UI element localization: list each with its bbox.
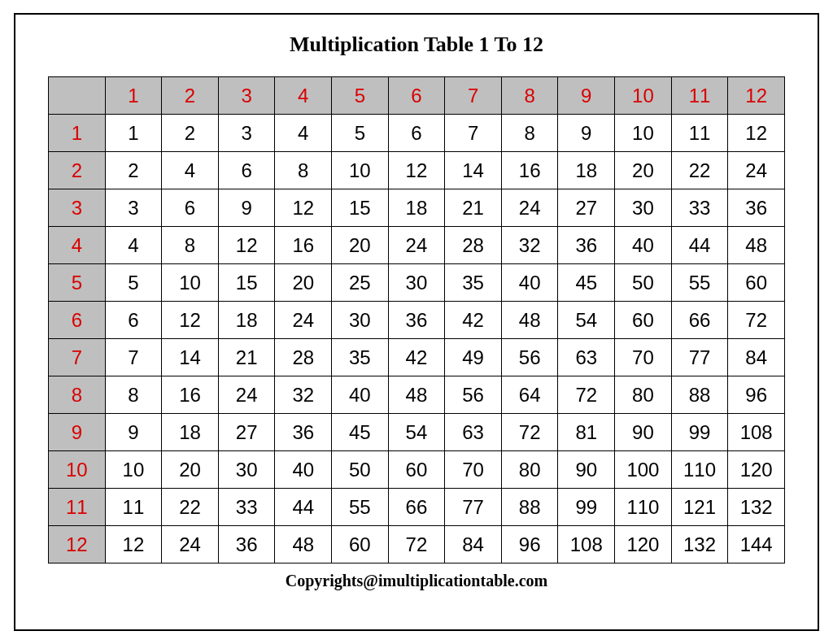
col-header: 6 (388, 77, 445, 115)
cell: 88 (671, 376, 728, 414)
table-row: 121224364860728496108120132144 (49, 526, 785, 564)
header-row: 1 2 3 4 5 6 7 8 9 10 11 12 (49, 77, 785, 115)
cell: 24 (275, 302, 332, 339)
row-header: 4 (49, 227, 106, 264)
cell: 48 (501, 302, 558, 339)
cell: 63 (558, 339, 615, 376)
cell: 60 (388, 451, 445, 489)
cell: 30 (615, 189, 672, 227)
cell: 20 (615, 152, 672, 189)
table-row: 10102030405060708090100110120 (49, 451, 785, 489)
cell: 54 (558, 302, 615, 339)
cell: 8 (501, 115, 558, 152)
cell: 1 (105, 115, 162, 152)
cell: 132 (728, 489, 785, 526)
cell: 7 (445, 115, 502, 152)
cell: 18 (162, 414, 219, 451)
cell: 55 (671, 264, 728, 302)
cell: 6 (388, 115, 445, 152)
table-row: 3369121518212427303336 (49, 189, 785, 227)
row-header: 6 (49, 302, 106, 339)
cell: 11 (105, 489, 162, 526)
cell: 16 (162, 376, 219, 414)
cell: 20 (332, 227, 389, 264)
cell: 108 (558, 526, 615, 564)
col-header: 10 (615, 77, 672, 115)
cell: 30 (332, 302, 389, 339)
cell: 14 (162, 339, 219, 376)
cell: 48 (275, 526, 332, 564)
cell: 36 (558, 227, 615, 264)
col-header: 4 (275, 77, 332, 115)
col-header: 3 (218, 77, 275, 115)
cell: 21 (445, 189, 502, 227)
cell: 24 (162, 526, 219, 564)
cell: 42 (445, 302, 502, 339)
cell: 8 (275, 152, 332, 189)
cell: 50 (615, 264, 672, 302)
cell: 24 (218, 376, 275, 414)
col-header: 1 (105, 77, 162, 115)
cell: 2 (162, 115, 219, 152)
col-header: 12 (728, 77, 785, 115)
cell: 15 (332, 189, 389, 227)
row-header: 1 (49, 115, 106, 152)
cell: 18 (558, 152, 615, 189)
cell: 27 (558, 189, 615, 227)
cell: 24 (388, 227, 445, 264)
cell: 9 (105, 414, 162, 451)
cell: 40 (275, 451, 332, 489)
cell: 33 (218, 489, 275, 526)
table-row: 771421283542495663707784 (49, 339, 785, 376)
cell: 48 (728, 227, 785, 264)
cell: 7 (105, 339, 162, 376)
cell: 18 (218, 302, 275, 339)
cell: 99 (558, 489, 615, 526)
cell: 27 (218, 414, 275, 451)
cell: 32 (275, 376, 332, 414)
table-row: 9918273645546372819099108 (49, 414, 785, 451)
cell: 121 (671, 489, 728, 526)
cell: 16 (275, 227, 332, 264)
cell: 10 (332, 152, 389, 189)
cell: 72 (728, 302, 785, 339)
cell: 21 (218, 339, 275, 376)
cell: 81 (558, 414, 615, 451)
cell: 90 (615, 414, 672, 451)
cell: 2 (105, 152, 162, 189)
cell: 49 (445, 339, 502, 376)
cell: 44 (671, 227, 728, 264)
cell: 60 (728, 264, 785, 302)
row-header: 7 (49, 339, 106, 376)
cell: 120 (728, 451, 785, 489)
row-header: 8 (49, 376, 106, 414)
cell: 45 (558, 264, 615, 302)
cell: 33 (671, 189, 728, 227)
cell: 18 (388, 189, 445, 227)
cell: 66 (671, 302, 728, 339)
cell: 5 (332, 115, 389, 152)
row-header: 3 (49, 189, 106, 227)
cell: 56 (445, 376, 502, 414)
table-row: 881624324048566472808896 (49, 376, 785, 414)
cell: 132 (671, 526, 728, 564)
cell: 72 (388, 526, 445, 564)
corner-cell (49, 77, 106, 115)
row-header: 10 (49, 451, 106, 489)
cell: 84 (445, 526, 502, 564)
cell: 88 (501, 489, 558, 526)
cell: 36 (218, 526, 275, 564)
table-row: 44812162024283236404448 (49, 227, 785, 264)
cell: 6 (162, 189, 219, 227)
col-header: 11 (671, 77, 728, 115)
cell: 110 (671, 451, 728, 489)
cell: 80 (615, 376, 672, 414)
cell: 54 (388, 414, 445, 451)
cell: 50 (332, 451, 389, 489)
cell: 110 (615, 489, 672, 526)
cell: 12 (388, 152, 445, 189)
cell: 40 (332, 376, 389, 414)
cell: 22 (162, 489, 219, 526)
row-header: 9 (49, 414, 106, 451)
cell: 24 (501, 189, 558, 227)
